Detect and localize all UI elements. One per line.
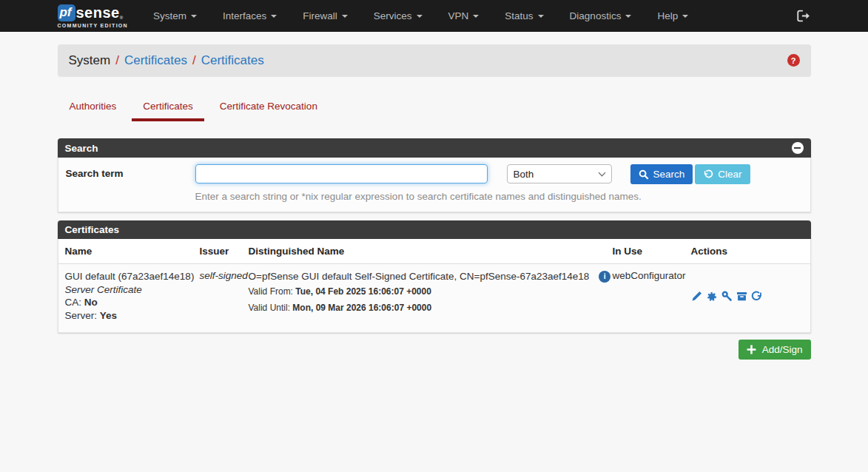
column-distinguished-name: Distinguished Name: [249, 246, 613, 257]
cert-issuer: self-signed: [200, 270, 249, 322]
tab-certificate-revocation[interactable]: Certificate Revocation: [209, 96, 329, 121]
tab-authorities[interactable]: Authorities: [58, 96, 128, 121]
cert-name: GUI default (67a23aef14e18): [65, 270, 200, 283]
pf-logo-box: pf: [58, 4, 75, 21]
pfsense-logo-text: pfsense®: [58, 4, 128, 21]
search-panel: Search Search term Both Search: [58, 138, 811, 212]
caret-down-icon: [473, 15, 479, 18]
search-panel-title: Search: [65, 143, 98, 154]
caret-down-icon: [625, 15, 631, 18]
menu-services[interactable]: Services: [366, 1, 430, 30]
cert-in-use: webConfigurator: [613, 270, 691, 322]
renew-icon[interactable]: [751, 291, 763, 303]
caret-down-icon: [682, 15, 688, 18]
menu-vpn[interactable]: VPN: [441, 1, 487, 30]
sign-out-icon[interactable]: [797, 10, 811, 22]
cert-ca-flag: CA: No: [65, 296, 200, 309]
export-p12-archive-icon[interactable]: [736, 291, 747, 302]
caret-down-icon: [417, 15, 423, 18]
export-certificate-icon[interactable]: [706, 291, 718, 303]
undo-icon: [703, 169, 713, 180]
community-edition-label: COMMUNITY EDITION: [58, 23, 128, 28]
cert-actions: [691, 270, 810, 322]
search-term-label: Search term: [66, 164, 195, 179]
column-issuer: Issuer: [200, 246, 249, 257]
minus-circle-icon[interactable]: [792, 142, 804, 154]
edit-pencil-icon[interactable]: [691, 291, 702, 302]
page-tabs: Authorities Certificates Certificate Rev…: [58, 96, 811, 121]
menu-status[interactable]: Status: [497, 1, 551, 30]
breadcrumb-link-certificates-page[interactable]: Certificates: [201, 53, 264, 68]
search-panel-body: Search term Both Search Clear Enter a: [58, 158, 811, 212]
plus-icon: [747, 345, 756, 354]
search-scope-select-wrap: Both: [507, 164, 612, 183]
column-in-use: In Use: [613, 246, 691, 257]
caret-down-icon: [191, 15, 197, 18]
clear-button[interactable]: Clear: [695, 164, 750, 184]
cert-type: Server Certificate: [65, 283, 200, 297]
menu-interfaces[interactable]: Interfaces: [215, 1, 284, 30]
cert-valid-from: Valid From: Tue, 04 Feb 2025 16:06:07 +0…: [249, 285, 613, 299]
breadcrumb-separator: /: [115, 53, 119, 68]
table-row: GUI default (67a23aef14e18) Server Certi…: [58, 263, 811, 333]
help-icon[interactable]: ?: [787, 54, 800, 67]
column-name: Name: [65, 246, 200, 257]
cert-valid-until: Valid Until: Mon, 09 Mar 2026 16:06:07 +…: [249, 301, 613, 315]
column-actions: Actions: [691, 246, 810, 257]
breadcrumb-separator: /: [192, 53, 196, 68]
export-key-icon[interactable]: [721, 291, 733, 302]
cert-distinguished-name: O=pfSense GUI default Self-Signed Certif…: [249, 270, 590, 283]
main-menu: System Interfaces Firewall Services VPN …: [146, 1, 707, 30]
search-scope-select[interactable]: Both: [507, 164, 612, 183]
certificates-panel: Certificates Name Issuer Distinguished N…: [58, 220, 811, 333]
add-sign-button[interactable]: Add/Sign: [739, 340, 811, 360]
search-panel-header: Search: [58, 138, 811, 158]
tab-certificates[interactable]: Certificates: [132, 96, 204, 121]
breadcrumb-section: System: [69, 53, 111, 68]
table-header-row: Name Issuer Distinguished Name In Use Ac…: [58, 239, 811, 263]
menu-diagnostics[interactable]: Diagnostics: [562, 1, 639, 30]
caret-down-icon: [538, 15, 544, 18]
certificates-panel-header: Certificates: [58, 220, 811, 239]
search-icon: [639, 169, 649, 180]
search-hint-text: Enter a search string or *nix regular ex…: [195, 191, 803, 202]
caret-down-icon: [342, 15, 348, 18]
search-input[interactable]: [195, 164, 488, 183]
menu-system[interactable]: System: [146, 1, 204, 30]
menu-firewall[interactable]: Firewall: [295, 1, 355, 30]
pfsense-logo[interactable]: pfsense® COMMUNITY EDITION: [58, 4, 128, 28]
search-button[interactable]: Search: [630, 164, 693, 184]
breadcrumb-link-certificates[interactable]: Certificates: [124, 53, 187, 68]
certificates-panel-title: Certificates: [65, 224, 120, 235]
info-icon[interactable]: i: [599, 271, 610, 283]
caret-down-icon: [271, 15, 277, 18]
breadcrumb: System / Certificates / Certificates ?: [58, 44, 811, 76]
menu-help[interactable]: Help: [650, 1, 696, 30]
top-navbar: pfsense® COMMUNITY EDITION System Interf…: [0, 0, 868, 32]
cert-server-flag: Server: Yes: [65, 309, 200, 323]
